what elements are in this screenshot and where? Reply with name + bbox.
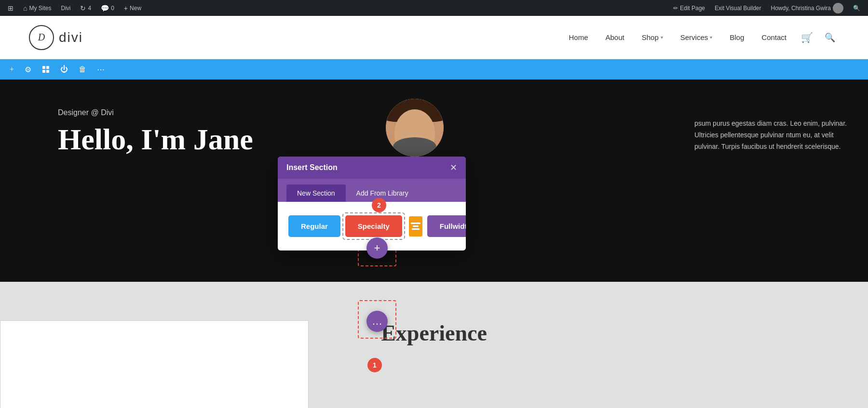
layout-icon [42,66,50,73]
specialty-section-button[interactable]: Specialty [345,215,402,237]
chevron-down-icon: ▾ [661,35,663,40]
updates-count: 4 [88,5,91,12]
nav-home[interactable]: Home [562,29,595,45]
home-icon: ⌂ [23,4,27,12]
modal-title: Insert Section [286,163,338,172]
modal-tabs: New Section Add From Library [278,179,466,202]
site-logo[interactable]: D divi [29,25,83,50]
gray-section: Experience [0,282,868,408]
comments-icon: 💬 [101,4,109,12]
add-section-button-top[interactable]: + [366,237,388,259]
divi-button[interactable]: Divi [57,0,74,16]
hero-subtitle: Designer @ Divi [58,108,253,117]
settings-button[interactable]: ⚙ [21,62,35,77]
nav-contact[interactable]: Contact [755,29,793,45]
experience-title: Experience [381,320,487,346]
site-header: D divi Home About Shop ▾ Services ▾ Blog… [0,16,868,59]
more-options-button[interactable]: ⋯ [93,62,108,77]
hero-title: Hello, I'm Jane [58,123,253,156]
divi-label: Divi [61,5,70,12]
fullwidth-section-button[interactable]: Fullwidth [427,215,466,237]
specialty-wrapper: Specialty [345,215,402,237]
new-button[interactable]: + New [120,0,145,16]
nav-services[interactable]: Services ▾ [674,29,719,45]
user-avatar [833,3,843,13]
my-sites-button[interactable]: ⌂ My Sites [19,0,55,16]
avatar-image [386,99,444,157]
nav-about[interactable]: About [598,29,631,45]
exit-builder-button[interactable]: Exit Visual Builder [711,5,765,12]
add-section-button-bottom[interactable]: … [366,311,388,332]
nav-services-label: Services [680,33,708,41]
avatar-body [393,137,436,157]
nav-blog-label: Blog [730,33,744,41]
edit-page-button[interactable]: ✏ Edit Page [669,5,709,12]
tab-new-section[interactable]: New Section [286,184,346,202]
logo-circle: D [29,25,54,50]
comments-button[interactable]: 💬 0 [97,0,118,16]
plus-icon: + [374,242,380,254]
new-label: New [130,5,141,12]
svg-rect-0 [42,66,45,69]
chevron-down-icon: ▾ [710,35,712,40]
user-greeting[interactable]: Howdy, Christina Gwira [767,3,847,13]
updates-button[interactable]: ↻ 4 [76,0,95,16]
plus-icon: + [124,4,128,12]
comments-count: 0 [111,5,114,12]
toggle-button[interactable]: ⏻ [56,62,72,77]
step-2-badge: 2 [372,198,386,212]
search-admin-button[interactable]: 🔍 [849,5,864,12]
nav-shop-label: Shop [642,33,659,41]
avatar [386,99,444,157]
site-nav: Home About Shop ▾ Services ▾ Blog Contac… [562,28,839,47]
logo-name: divi [59,30,83,45]
header-search-button[interactable]: 🔍 [821,28,839,47]
search-icon: 🔍 [853,5,860,12]
add-module-button[interactable]: + [6,62,18,77]
regular-section-button[interactable]: Regular [288,215,340,237]
wp-logo-button[interactable]: ⊞ [4,0,17,16]
updates-icon: ↻ [80,4,86,12]
nav-about-label: About [605,33,624,41]
my-sites-label: My Sites [29,5,51,12]
page-content: Designer @ Divi Hello, I'm Jane psum pur… [0,79,868,408]
hero-body-text: psum purus egestas diam cras. Leo enim, … [694,118,849,152]
nav-blog[interactable]: Blog [723,29,751,45]
nav-shop[interactable]: Shop ▾ [635,29,670,45]
modal-header: Insert Section ✕ [278,157,466,179]
step-1-badge: 1 [367,358,382,372]
exit-builder-label: Exit Visual Builder [715,5,761,12]
experience-panel [0,320,309,408]
edit-page-label: Edit Page [680,5,705,12]
pencil-icon: ✏ [673,5,678,12]
svg-rect-1 [46,66,49,69]
howdy-label: Howdy, Christina Gwira [771,5,831,12]
wp-icon: ⊞ [8,4,14,12]
ellipsis-icon: … [372,315,382,328]
layout-button[interactable] [38,63,54,76]
cart-button[interactable]: 🛒 [797,28,817,47]
logo-letter: D [38,32,45,43]
svg-rect-3 [46,70,49,73]
admin-bar-right: ✏ Edit Page Exit Visual Builder Howdy, C… [669,3,864,13]
delete-button[interactable]: 🗑 [75,62,90,77]
close-button[interactable]: ✕ [450,163,457,172]
specialty-layout-icon [409,216,422,237]
admin-bar: ⊞ ⌂ My Sites Divi ↻ 4 💬 0 + New ✏ Edit P… [0,0,868,16]
hero-left: Designer @ Divi Hello, I'm Jane [58,108,253,156]
svg-rect-2 [42,70,45,73]
nav-home-label: Home [569,33,588,41]
nav-contact-label: Contact [761,33,787,41]
builder-toolbar: + ⚙ ⏻ 🗑 ⋯ [0,59,868,79]
